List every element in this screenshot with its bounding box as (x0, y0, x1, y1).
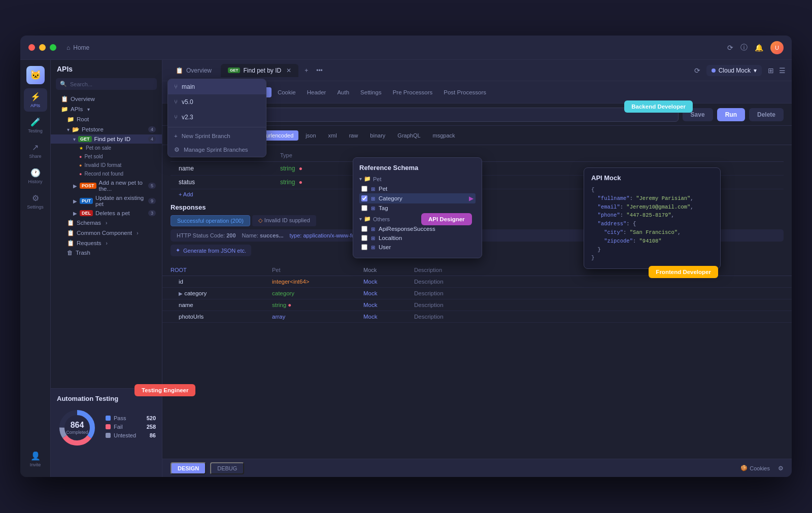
bell-icon[interactable]: 🔔 (755, 44, 763, 52)
tree-item-record-not-found[interactable]: ● Record not found (51, 169, 162, 178)
ref-pet-checkbox[interactable] (361, 186, 367, 192)
tree-item-post-pet[interactable]: ▶ POST Add a new pet to the... 5 (51, 178, 162, 193)
body-binary-tab[interactable]: binary (365, 130, 390, 141)
response-invalid-tab[interactable]: ◇Invalid ID supplied (252, 215, 316, 226)
sidebar-item-invite[interactable]: 👤 Invite (24, 448, 47, 471)
search-box[interactable]: 🔍 Search... (56, 78, 157, 90)
response-200-tab[interactable]: Successful operation (200) (171, 215, 250, 226)
common-arrow: › (137, 230, 138, 236)
apis-tree-label: APIs (71, 106, 83, 112)
cookie-tab[interactable]: Cookie (273, 87, 301, 97)
pet-col-header: Pet (272, 267, 363, 273)
schema-type-photourls: array (272, 314, 363, 320)
delete-button[interactable]: Delete (749, 108, 784, 121)
auth-tab[interactable]: Auth (332, 87, 354, 97)
layout-icon[interactable]: ⊞ (768, 66, 774, 75)
branch-v23-item[interactable]: ⑂ v2.3 (168, 110, 266, 125)
sidebar-item-testing[interactable]: 🧪 Testing (24, 114, 47, 137)
tree-item-del-pet[interactable]: ▶ DEL Deletes a pet 3 (51, 209, 162, 218)
pet-folder-icon: 📁 (364, 176, 371, 182)
tab-find-pet[interactable]: GET Find pet by ID ✕ (221, 64, 298, 77)
branch-v23-label: v2.3 (182, 114, 193, 121)
share-icon: ↗ (32, 143, 39, 152)
apis-folder-icon: 📁 (61, 106, 68, 113)
tab-add-button[interactable]: + (300, 65, 312, 76)
run-button[interactable]: Run (717, 108, 745, 121)
home-link[interactable]: ⌂ Home (66, 44, 89, 51)
tree-item-pet-sold[interactable]: ● Pet sold (51, 152, 162, 161)
tree-item-schemas[interactable]: 📋 Schemas › (51, 218, 162, 228)
ref-apiresponse-checkbox[interactable] (361, 226, 367, 232)
ref-tag-item[interactable]: ⊞ Tag (359, 203, 476, 213)
body-msgpack-tab[interactable]: msgpack (428, 130, 460, 141)
design-button[interactable]: DESIGN (171, 462, 206, 474)
ref-location-item[interactable]: ⊞ Localtion (359, 233, 476, 243)
info-icon[interactable]: ⓘ (740, 43, 748, 52)
stat-untested: Untested 86 (106, 432, 156, 438)
schema-mock-photourls[interactable]: Mock (363, 314, 414, 320)
close-button[interactable] (28, 44, 35, 51)
tree-item-overview[interactable]: 📋 Overview (51, 94, 162, 104)
schema-mock-category[interactable]: Mock (363, 290, 414, 296)
branch-main-item[interactable]: ⑂ main (168, 79, 266, 94)
branch-v23-icon: ⑂ (174, 114, 178, 121)
debug-button[interactable]: DEBUG (210, 462, 244, 474)
sidebar-item-apis[interactable]: ⚡ APIs (24, 88, 47, 112)
tab-find-pet-label: Find pet by ID (243, 67, 281, 74)
tree-item-common-component[interactable]: 📋 Common Component › (51, 228, 162, 238)
cookies-button[interactable]: 🍪 Cookies (740, 465, 770, 471)
tree-item-invalid-id[interactable]: ● Invalid ID format (51, 161, 162, 169)
tree-item-trash[interactable]: 🗑 Trash (51, 248, 162, 257)
untested-label: Untested (114, 432, 136, 438)
cloud-mock-button[interactable]: Cloud Mock ▾ (706, 65, 762, 76)
tree-item-apis[interactable]: 📁 APIs ▾ (51, 104, 162, 114)
body-graphql-tab[interactable]: GraphQL (392, 130, 425, 141)
tree-item-put-pet[interactable]: ▶ PUT Update an existing pet 9 (51, 193, 162, 209)
tree-item-find-pet[interactable]: ▾ GET Find pet by ID 4 (51, 134, 162, 144)
tab-overview[interactable]: 📋 Overview (168, 64, 219, 77)
apis-label: APIs (30, 103, 40, 108)
settings-tab[interactable]: Settings (355, 87, 387, 97)
automation-panel: Automation Testing (51, 388, 162, 477)
refresh-icon[interactable]: ⟳ (694, 66, 700, 75)
tree-item-root[interactable]: 📁 Root (51, 114, 162, 124)
post-processors-tab[interactable]: Post Processors (438, 87, 491, 97)
manage-branches-item[interactable]: ⚙ Manage Sprint Branches (168, 143, 266, 157)
schema-mock-id[interactable]: Mock (363, 279, 414, 285)
ref-user-checkbox[interactable] (361, 244, 367, 250)
ref-category-checkbox[interactable] (361, 195, 367, 201)
ref-category-item[interactable]: ⊞ Category ▶ (359, 193, 476, 203)
fullscreen-button[interactable] (50, 44, 56, 51)
body-xml-tab[interactable]: xml (323, 130, 342, 141)
tree-item-pet-on-sale[interactable]: ★ Pet on sale (51, 144, 162, 152)
ref-apiresponse-item[interactable]: ⊞ ApiResponseSuccess (359, 224, 476, 233)
tab-close-icon[interactable]: ✕ (286, 67, 291, 74)
ref-pet-item[interactable]: ⊞ Pet (359, 184, 476, 193)
completed-number: 864 (66, 421, 88, 430)
ref-location-checkbox[interactable] (361, 235, 367, 241)
new-sprint-branch-item[interactable]: + New Sprint Branch (168, 129, 266, 143)
tab-more-button[interactable]: ••• (314, 65, 325, 76)
tree-item-petstore[interactable]: ▾ 📂 Petstore 4 (51, 124, 162, 134)
sidebar-item-settings[interactable]: ⚙ Settings (24, 190, 47, 213)
pre-processors-tab[interactable]: Pre Processors (388, 87, 438, 97)
branch-v50-item[interactable]: ⑂ v5.0 (168, 94, 266, 110)
body-raw-tab[interactable]: raw (344, 130, 363, 141)
minimize-button[interactable] (39, 44, 46, 51)
schema-mock-name[interactable]: Mock (363, 302, 414, 308)
settings-bottom-icon[interactable]: ⚙ (778, 465, 784, 472)
apis-icon: ⚡ (30, 92, 41, 101)
header-tab[interactable]: Header (302, 87, 331, 97)
generate-btn[interactable]: ✦ Generate from JSON etc. (171, 245, 251, 256)
overview-tab-label: Overview (186, 67, 212, 74)
sidebar-item-history[interactable]: 🕐 History (24, 164, 47, 188)
ref-tag-checkbox[interactable] (361, 205, 367, 211)
ref-user-item[interactable]: ⊞ User (359, 243, 476, 252)
sync-icon[interactable]: ⟳ (727, 44, 733, 52)
tree-item-requests[interactable]: 📋 Requests › (51, 238, 162, 248)
body-json-tab[interactable]: json (300, 130, 321, 141)
menu-icon[interactable]: ☰ (779, 66, 786, 75)
sidebar-item-share[interactable]: ↗ Share (24, 139, 47, 162)
avatar[interactable]: U (770, 41, 784, 54)
ref-category-model-icon: ⊞ (371, 196, 375, 201)
